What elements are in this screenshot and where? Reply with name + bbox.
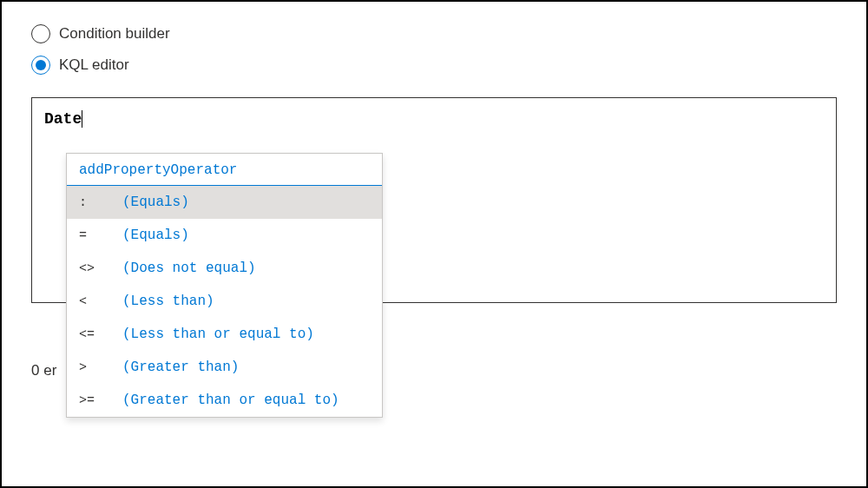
kql-editor-radio[interactable]: KQL editor	[31, 56, 837, 75]
autocomplete-header: addPropertyOperator	[67, 154, 382, 186]
operator-symbol: =	[79, 228, 122, 243]
operator-symbol: >=	[79, 393, 122, 408]
editor-text-content: Date	[44, 110, 82, 128]
operator-option-less-than[interactable]: < (Less than)	[67, 285, 382, 318]
radio-circle-selected-icon	[31, 56, 50, 75]
operator-description: (Less than)	[122, 293, 214, 309]
operator-symbol: <	[79, 294, 122, 309]
operator-symbol: <>	[79, 261, 122, 276]
operator-description: (Greater than)	[122, 359, 239, 375]
operator-description: (Greater than or equal to)	[122, 392, 339, 408]
radio-inner-dot-icon	[36, 60, 46, 70]
operator-description: (Equals)	[122, 228, 189, 243]
operator-description: (Equals)	[122, 195, 189, 210]
editor-mode-radio-group: Condition builder KQL editor	[31, 24, 837, 75]
operator-description: (Less than or equal to)	[122, 326, 314, 342]
text-cursor-icon	[82, 110, 82, 128]
kql-editor-label: KQL editor	[59, 56, 129, 74]
operator-symbol: :	[79, 195, 122, 210]
autocomplete-dropdown: addPropertyOperator : (Equals) = (Equals…	[66, 153, 383, 418]
radio-circle-icon	[31, 24, 50, 43]
operator-option-less-than-equal[interactable]: <= (Less than or equal to)	[67, 318, 382, 351]
operator-option-greater-than[interactable]: > (Greater than)	[67, 351, 382, 384]
operator-option-equals[interactable]: = (Equals)	[67, 219, 382, 252]
operator-symbol: <=	[79, 327, 122, 342]
operator-description: (Does not equal)	[122, 260, 256, 276]
status-error-count: 0 er	[31, 362, 56, 379]
condition-builder-radio[interactable]: Condition builder	[31, 24, 837, 43]
operator-option-not-equal[interactable]: <> (Does not equal)	[67, 252, 382, 285]
condition-builder-label: Condition builder	[59, 25, 170, 43]
operator-option-colon[interactable]: : (Equals)	[67, 186, 382, 219]
operator-symbol: >	[79, 360, 122, 375]
operator-option-greater-than-equal[interactable]: >= (Greater than or equal to)	[67, 384, 382, 417]
